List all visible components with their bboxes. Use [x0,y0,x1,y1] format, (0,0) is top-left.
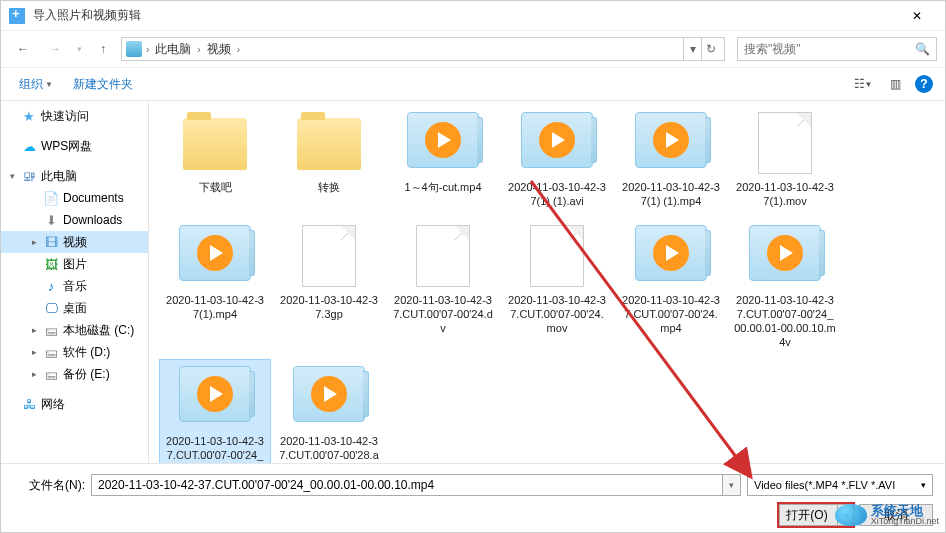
file-item[interactable]: 2020-11-03-10-42-37.CUT.00'07-00'24_00.0… [729,218,841,357]
tree-icon: 🖧 [21,396,37,412]
address-dropdown[interactable]: ▾ [684,38,702,60]
tree-item[interactable]: ⬇ Downloads [1,209,148,231]
footer: 文件名(N): ▾ Video files(*.MP4 *.FLV *.AVI▾… [1,463,945,533]
navbar: ← → ▾ ↑ › 此电脑 › 视频 › ▾ ↻ 🔍 [1,31,945,67]
location-icon [126,41,142,57]
file-item[interactable]: 2020-11-03-10-42-37(1).mov [729,105,841,216]
tree-item[interactable]: ▸ 🖴 本地磁盘 (C:) [1,319,148,341]
search-input[interactable] [744,42,915,56]
folder-icon [183,118,247,170]
file-label: 2020-11-03-10-42-37.CUT.00'07-00'24_00.0… [164,434,266,463]
tree-label: 软件 (D:) [63,344,110,361]
tree-item[interactable]: 🖼 图片 [1,253,148,275]
file-label: 2020-11-03-10-42-37(1) (1).mp4 [620,180,722,209]
close-button[interactable]: ✕ [897,1,937,31]
search-icon[interactable]: 🔍 [915,42,930,56]
play-icon [653,122,689,158]
tree-label: 图片 [63,256,87,273]
file-item[interactable]: 2020-11-03-10-42-37.CUT.00'07-00'28.avi [273,359,385,463]
forward-button[interactable]: → [41,35,69,63]
file-label: 2020-11-03-10-42-37.CUT.00'07-00'24.dv [392,293,494,336]
tree-label: Downloads [63,213,122,227]
tree-item[interactable]: ★ 快速访问 [1,105,148,127]
filename-input[interactable] [91,474,723,496]
new-folder-button[interactable]: 新建文件夹 [67,72,139,97]
file-item[interactable]: 1～4句-cut.mp4 [387,105,499,216]
tree-item[interactable]: ▸ 🖴 备份 (E:) [1,363,148,385]
crumb-videos[interactable]: 视频 [205,41,233,58]
window-title: 导入照片和视频剪辑 [33,7,897,24]
refresh-button[interactable]: ↻ [702,38,720,60]
file-icon [758,112,812,174]
file-pane[interactable]: Converter Studio 开软件 辑 下载吧转换1～4句-cut.mp4… [149,101,945,463]
titlebar: 导入照片和视频剪辑 ✕ [1,1,945,31]
play-icon [425,122,461,158]
app-icon [9,8,25,24]
breadcrumb[interactable]: › 此电脑 › 视频 › ▾ ↻ [121,37,725,61]
search-box[interactable]: 🔍 [737,37,937,61]
tree-icon: ⬇ [43,212,59,228]
video-icon [521,112,593,168]
up-button[interactable]: ↑ [89,35,117,63]
video-icon [635,225,707,281]
watermark-url: XiTongTianDi.net [871,517,939,526]
tree-icon: 🖴 [43,344,59,360]
tree-item[interactable]: ▸ 🖴 软件 (D:) [1,341,148,363]
tree-label: 快速访问 [41,108,89,125]
file-item[interactable]: 2020-11-03-10-42-37.CUT.00'07-00'24.mov [501,218,613,357]
expand-icon[interactable]: ▸ [29,347,39,357]
video-icon [749,225,821,281]
file-item[interactable]: 转换 [273,105,385,216]
watermark-icon [835,504,867,526]
expand-icon[interactable]: ▸ [29,237,39,247]
tree-item[interactable]: 🖧 网络 [1,393,148,415]
file-label: 2020-11-03-10-42-37.CUT.00'07-00'28.avi [278,434,380,463]
tree-item[interactable]: ☁ WPS网盘 [1,135,148,157]
view-button[interactable]: ☷ ▼ [851,72,875,96]
file-icon [302,225,356,287]
crumb-pc[interactable]: 此电脑 [153,41,193,58]
file-label: 2020-11-03-10-42-37(1).mp4 [164,293,266,322]
history-dropdown[interactable]: ▾ [73,35,85,63]
file-label: 2020-11-03-10-42-37.3gp [278,293,380,322]
tree-item[interactable]: ♪ 音乐 [1,275,148,297]
file-item[interactable]: 2020-11-03-10-42-37(1).mp4 [159,218,271,357]
file-item[interactable]: 2020-11-03-10-42-37.CUT.00'07-00'24.mp4 [615,218,727,357]
tree-icon: 🖵 [43,300,59,316]
tree-item[interactable]: 🖵 桌面 [1,297,148,319]
file-filter[interactable]: Video files(*.MP4 *.FLV *.AVI▾ [747,474,933,496]
tree-icon: 🖼 [43,256,59,272]
preview-pane-button[interactable]: ▥ [883,72,907,96]
back-button[interactable]: ← [9,35,37,63]
file-item[interactable]: 2020-11-03-10-42-37.CUT.00'07-00'24_00.0… [159,359,271,463]
expand-icon[interactable]: ▸ [29,369,39,379]
organize-button[interactable]: 组织▼ [13,72,59,97]
file-item[interactable]: 下载吧 [159,105,271,216]
file-item[interactable]: 2020-11-03-10-42-37(1) (1).avi [501,105,613,216]
play-icon [539,122,575,158]
expand-icon[interactable]: ▾ [7,171,17,181]
help-button[interactable]: ? [915,75,933,93]
file-item[interactable]: 2020-11-03-10-42-37.CUT.00'07-00'24.dv [387,218,499,357]
sidebar[interactable]: ★ 快速访问 ☁ WPS网盘▾ 🖳 此电脑 📄 Documents ⬇ Down… [1,101,149,463]
tree-icon: ♪ [43,278,59,294]
play-icon [311,376,347,412]
filename-dropdown[interactable]: ▾ [723,474,741,496]
play-icon [767,235,803,271]
video-icon [407,112,479,168]
tree-item[interactable]: ▸ 🎞 视频 [1,231,148,253]
tree-icon: 🎞 [43,234,59,250]
play-icon [197,376,233,412]
video-icon [293,366,365,422]
tree-icon: 🖳 [21,168,37,184]
tree-item[interactable]: 📄 Documents [1,187,148,209]
file-item[interactable]: 2020-11-03-10-42-37.3gp [273,218,385,357]
tree-item[interactable]: ▾ 🖳 此电脑 [1,165,148,187]
watermark: 系统天地 XiTongTianDi.net [835,504,939,526]
tree-label: 视频 [63,234,87,251]
video-icon [635,112,707,168]
expand-icon[interactable]: ▸ [29,325,39,335]
tree-label: 桌面 [63,300,87,317]
tree-label: 音乐 [63,278,87,295]
file-item[interactable]: 2020-11-03-10-42-37(1) (1).mp4 [615,105,727,216]
